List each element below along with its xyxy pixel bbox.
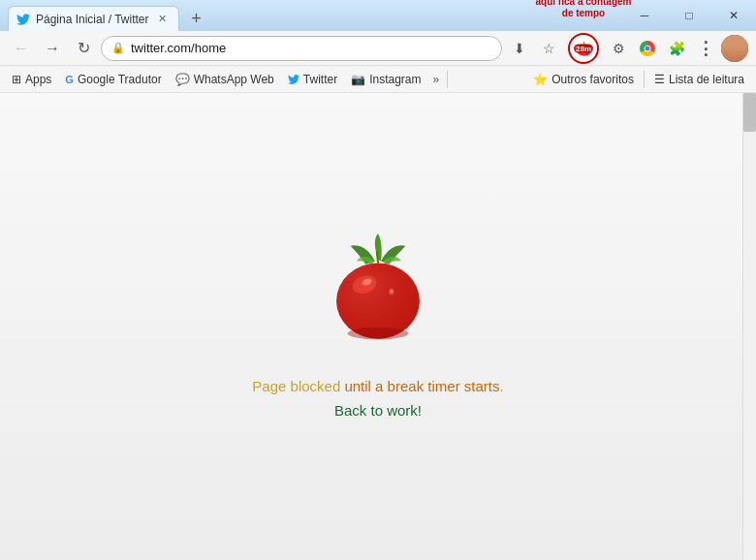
toolbar-icons: ⬇ ☆ aquí fica a contagemde tempo 🍅 28m ⚙… [506,33,748,64]
google-translate-icon: G [65,74,74,85]
refresh-button[interactable]: ↻ [70,35,97,62]
download-icon[interactable]: ⬇ [506,35,533,62]
profile-face [721,35,748,62]
bookmark-others-label: Outros favoritos [551,73,634,86]
close-button[interactable]: ✕ [711,0,756,31]
address-bar[interactable]: 🔒 twitter.com/home [101,36,502,61]
bookmarks-right: ⭐ Outros favoritos ☰ Lista de leitura [527,71,750,88]
annotation-label: aquí fica a contagemde tempo [536,0,632,19]
address-text: twitter.com/home [131,41,491,55]
bookmark-twitter-label: Twitter [303,73,337,86]
bookmark-google-translate[interactable]: G Google Tradutor [59,71,167,88]
chrome-icon[interactable] [634,35,661,62]
bookmark-apps[interactable]: ⊞ Apps [6,71,57,88]
toolbar: ← → ↻ 🔒 twitter.com/home ⬇ ☆ aquí fica a… [0,31,756,66]
settings-icon[interactable]: ⚙ [605,35,632,62]
bookmark-reading-list[interactable]: ☰ Lista de leitura [648,71,750,88]
profile-avatar[interactable] [721,35,748,62]
twitter-bookmark-icon [288,74,299,85]
message-line1-highlight: until a break timer starts [344,378,499,394]
new-tab-button[interactable]: + [183,6,210,31]
forward-button[interactable]: → [39,35,66,62]
tab-title: Página Inicial / Twitter [36,13,149,26]
active-tab[interactable]: Página Inicial / Twitter ✕ [8,6,179,31]
pomodoro-timer-button[interactable]: 🍅 28m [568,33,599,64]
reading-list-icon: ☰ [654,73,665,86]
bookmark-whatsapp-label: WhatsApp Web [194,73,274,86]
bookmark-apps-label: Apps [25,73,51,86]
apps-grid-icon: ⊞ [12,73,21,86]
tomato-svg [315,231,441,347]
message-line2: Back to work! [252,399,503,422]
bookmarks-divider-2 [644,71,645,88]
pomodoro-wrapper: aquí fica a contagemde tempo 🍅 28m [568,33,599,64]
maximize-button[interactable]: □ [667,0,711,31]
menu-icon[interactable]: ⋮ [692,35,719,62]
puzzle-icon[interactable]: 🧩 [663,35,690,62]
svg-point-6 [336,264,420,339]
bookmark-instagram[interactable]: 📷 Instagram [345,71,426,88]
bookmarks-more-button[interactable]: » [429,71,444,88]
bookmarks-divider [447,71,448,88]
titlebar: Página Inicial / Twitter ✕ + ─ □ ✕ [0,0,756,31]
pomodoro-timer-icon: 🍅 [576,41,592,56]
bookmark-star-icon[interactable]: ☆ [535,35,562,62]
tab-close-button[interactable]: ✕ [155,12,171,27]
bookmark-twitter[interactable]: Twitter [282,71,343,88]
bookmark-reading-label: Lista de leitura [669,73,744,86]
scrollbar[interactable] [742,93,756,560]
tomato-image [315,231,441,351]
message-line1-start: Page blocked [252,378,344,394]
page-content: Page blocked until a break timer starts.… [0,93,756,560]
bookmarks-bar: ⊞ Apps G Google Tradutor 💬 WhatsApp Web … [0,66,756,93]
back-button[interactable]: ← [8,35,35,62]
twitter-tab-icon [16,13,30,26]
star-folder-icon: ⭐ [533,73,548,86]
bookmark-whatsapp[interactable]: 💬 WhatsApp Web [170,71,280,88]
whatsapp-icon: 💬 [175,73,190,86]
window-controls: ─ □ ✕ [622,0,756,31]
instagram-icon: 📷 [351,73,365,86]
bookmark-others[interactable]: ⭐ Outros favoritos [527,71,640,88]
scrollbar-thumb[interactable] [743,93,756,132]
message-line1-end: . [499,378,503,394]
page-message: Page blocked until a break timer starts.… [252,374,503,422]
message-line1: Page blocked until a break timer starts. [252,374,503,399]
bookmark-google-translate-label: Google Tradutor [78,73,162,86]
tab-area: Página Inicial / Twitter ✕ + [8,0,622,31]
bookmark-instagram-label: Instagram [369,73,421,86]
secure-icon: 🔒 [111,42,125,54]
